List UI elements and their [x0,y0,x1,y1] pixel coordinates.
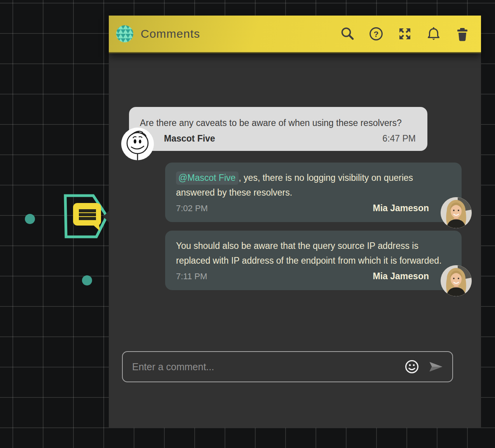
comments-panel: Comments ? [109,16,481,428]
search-button[interactable] [340,26,355,42]
comment-input[interactable] [123,352,404,382]
app-logo-icon [116,25,134,43]
emoji-button[interactable] [404,359,420,374]
comment-text: You should also be aware that the query … [176,238,451,268]
comment-meta: Mascot Five 6:47 PM [140,133,416,144]
panel-callout-arrow [103,210,109,223]
delete-button[interactable] [455,26,470,42]
comment-bubble: Are there any caveats to be aware of whe… [129,107,427,151]
search-icon [340,26,355,41]
comment-time: 6:47 PM [382,133,416,144]
user-photo [441,197,472,228]
comment-text: @Mascot Five, yes, there is no logging v… [176,170,451,200]
send-button[interactable] [428,359,444,374]
smiley-icon [404,358,420,375]
user-photo [441,265,472,296]
help-icon: ? [369,26,383,41]
comment-author: Mia Jameson [373,271,429,282]
comment-time: 7:02 PM [176,203,208,214]
comment-meta: 7:02 PM Mia Jameson [176,203,451,214]
avatar [441,265,472,296]
comments-list: Are there any caveats to be aware of whe… [109,53,481,290]
help-button[interactable]: ? [368,26,384,42]
bell-icon [426,26,441,41]
comment-marker-icon[interactable] [62,193,108,239]
comment-bubble: You should also be aware that the query … [165,231,462,290]
fullscreen-button[interactable] [397,26,413,42]
avatar [441,197,472,228]
mention-chip[interactable]: @Mascot Five [176,172,239,185]
trash-icon [455,26,470,41]
comment-time: 7:11 PM [176,271,207,282]
svg-text:?: ? [374,30,379,38]
notifications-button[interactable] [426,26,441,42]
mascot-face-icon [121,128,154,160]
avatar [121,128,154,160]
comment-meta: 7:11 PM Mia Jameson [176,271,451,282]
decor-dot [25,214,35,224]
comment-author: Mia Jameson [373,203,429,214]
canvas-background: Comments ? [0,0,495,448]
comment-author: Mascot Five [164,133,215,144]
comment-bubble: @Mascot Five, yes, there is no logging v… [165,163,462,222]
speech-bubble-icon [73,203,101,231]
header-actions: ? [340,26,470,42]
comment-input-container [122,351,453,382]
panel-header: Comments ? [109,16,481,53]
comment-text: Are there any caveats to be aware of whe… [140,116,416,130]
panel-title: Comments [141,27,200,40]
send-icon [428,359,444,374]
decor-dot [82,275,92,285]
fullscreen-icon [397,26,412,41]
